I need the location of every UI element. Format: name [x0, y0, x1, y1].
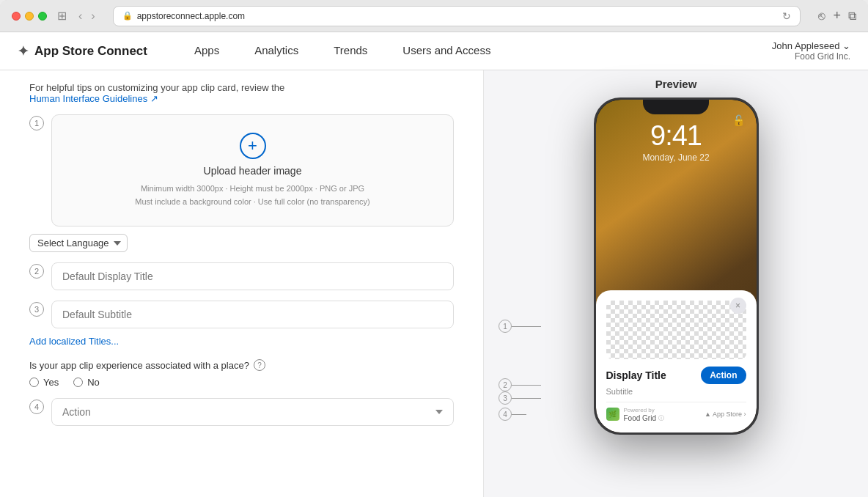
clip-app-store-link[interactable]: ▲ App Store › [705, 411, 746, 418]
app-navbar: ✦ App Store Connect Apps Analytics Trend… [0, 32, 868, 70]
close-button[interactable] [12, 12, 21, 21]
nav-item-trends[interactable]: Trends [316, 32, 385, 70]
clip-info-icon: ⓘ [658, 414, 664, 422]
intro-text: For helpful tips on customizing your app… [29, 70, 454, 104]
annotation-line-1 [512, 326, 541, 327]
section-3: 3 [29, 301, 454, 328]
section-3-content [51, 301, 454, 328]
sidebar-toggle-icon[interactable]: ⊞ [57, 9, 67, 23]
clip-image-placeholder [606, 301, 746, 359]
app-logo-text: App Store Connect [34, 44, 147, 59]
section-number-4: 4 [29, 400, 44, 414]
upload-plus-icon: + [240, 133, 266, 159]
action-dropdown[interactable]: Action View Play Open Book Reserve [51, 398, 454, 426]
annotation-1: 1 [499, 320, 541, 333]
annotation-line-3 [512, 398, 541, 399]
clip-action-button[interactable]: Action [701, 367, 746, 384]
clip-app-icon: 🌿 [606, 408, 619, 421]
phone-mockup: 🔓 9:41 Monday, June 22 × Display Title A… [594, 97, 759, 435]
left-panel: For helpful tips on customizing your app… [0, 70, 484, 497]
back-button[interactable]: ‹ [78, 10, 82, 23]
app-clip-card: × Display Title Action Subtitle 🌿 Powere… [596, 290, 757, 432]
upload-hint: Minimum width 3000px · Height must be 20… [135, 183, 369, 208]
clip-app-info: 🌿 Powered by Food Grid ⓘ [606, 407, 664, 422]
right-panel: Preview 🔓 9:41 Monday, June 22 × Display… [484, 70, 868, 497]
annotation-2: 2 [499, 378, 541, 391]
phone-time: 9:41 [596, 120, 757, 152]
main-container: For helpful tips on customizing your app… [0, 70, 868, 497]
radio-no-label[interactable]: No [73, 377, 100, 388]
add-localized-link[interactable]: Add localized Titles... [29, 336, 119, 347]
traffic-lights [12, 12, 47, 21]
minimize-button[interactable] [25, 12, 34, 21]
radio-yes-label[interactable]: Yes [29, 377, 59, 388]
app-nav: Apps Analytics Trends Users and Access [177, 32, 772, 70]
radio-group: Yes No [29, 377, 454, 388]
nav-item-apps[interactable]: Apps [177, 32, 237, 70]
clip-powered-by-text: Powered by [624, 407, 664, 414]
help-icon[interactable]: ? [254, 359, 265, 371]
nav-item-users-access[interactable]: Users and Access [385, 32, 508, 70]
section-number-1: 1 [29, 116, 44, 130]
tabs-icon[interactable]: ⧉ [848, 10, 856, 23]
forward-button[interactable]: › [91, 10, 95, 23]
maximize-button[interactable] [38, 12, 47, 21]
annotation-3: 3 [499, 391, 541, 405]
section-2-content [51, 262, 454, 290]
phone-date: Monday, June 22 [596, 152, 757, 163]
refresh-icon[interactable]: ↻ [782, 10, 791, 22]
clip-card-close-button[interactable]: × [730, 298, 746, 314]
display-title-input[interactable] [51, 262, 454, 290]
language-select[interactable]: Select Language English Spanish French G… [29, 234, 128, 252]
clip-footer: 🌿 Powered by Food Grid ⓘ ▲ App Store › [606, 407, 746, 422]
annotation-line-4 [512, 414, 526, 415]
phone-screen: 🔓 9:41 Monday, June 22 × Display Title A… [596, 100, 757, 432]
app-logo[interactable]: ✦ App Store Connect [18, 43, 147, 59]
app-logo-icon: ✦ [18, 43, 29, 59]
place-association-section: Is your app clip experience associated w… [29, 359, 454, 388]
clip-subtitle: Subtitle [606, 387, 746, 396]
upload-title: Upload header image [204, 165, 302, 177]
radio-question: Is your app clip experience associated w… [29, 359, 454, 371]
user-section: John Appleseed ⌄ Food Grid Inc. [772, 40, 850, 62]
hig-link[interactable]: Human Interface Guidelines ↗ [29, 93, 158, 104]
browser-titlebar: ⊞ ‹ › 🔒 appstoreconnect.apple.com ↻ ⎋ + … [0, 0, 868, 32]
section-1-content: + Upload header image Minimum width 3000… [51, 114, 454, 227]
place-association-content: Is your app clip experience associated w… [29, 359, 454, 388]
share-icon[interactable]: ⎋ [818, 10, 825, 23]
section-1: 1 + Upload header image Minimum width 30… [29, 114, 454, 227]
url-text: appstoreconnect.apple.com [137, 11, 245, 21]
nav-item-analytics[interactable]: Analytics [237, 32, 316, 70]
lock-icon: 🔒 [122, 11, 133, 21]
user-org: Food Grid Inc. [795, 51, 850, 62]
phone-notch [643, 100, 709, 114]
clip-app-name: Food Grid ⓘ [624, 414, 664, 422]
annotation-number-3: 3 [499, 391, 512, 405]
preview-title: Preview [655, 78, 697, 90]
section-4-content: Action View Play Open Book Reserve [51, 398, 454, 426]
clip-card-info: Display Title Action [606, 367, 746, 384]
section-number-3: 3 [29, 302, 44, 317]
browser-nav: ‹ › [78, 10, 95, 23]
radio-yes[interactable] [29, 378, 39, 387]
upload-area[interactable]: + Upload header image Minimum width 3000… [51, 114, 454, 227]
new-tab-icon[interactable]: + [833, 8, 841, 23]
annotation-line-2 [512, 385, 541, 386]
clip-divider [606, 402, 746, 402]
annotation-4: 4 [499, 408, 526, 421]
language-select-wrapper: Select Language English Spanish French G… [29, 234, 454, 252]
section-number-2: 2 [29, 264, 44, 279]
clip-display-title: Display Title [606, 369, 666, 381]
section-4: 4 Action View Play Open Book Reserve [29, 398, 454, 426]
section-2: 2 [29, 262, 454, 290]
clip-powered-section: Powered by Food Grid ⓘ [624, 407, 664, 422]
annotation-number-2: 2 [499, 378, 512, 391]
annotation-number-1: 1 [499, 320, 512, 333]
subtitle-input[interactable] [51, 301, 454, 328]
radio-no[interactable] [73, 378, 83, 387]
browser-chrome: ⊞ ‹ › 🔒 appstoreconnect.apple.com ↻ ⎋ + … [0, 0, 868, 32]
browser-actions: ⎋ + ⧉ [818, 8, 856, 23]
annotation-number-4: 4 [499, 408, 512, 421]
url-bar[interactable]: 🔒 appstoreconnect.apple.com ↻ [113, 6, 801, 26]
user-name[interactable]: John Appleseed ⌄ [772, 40, 850, 51]
